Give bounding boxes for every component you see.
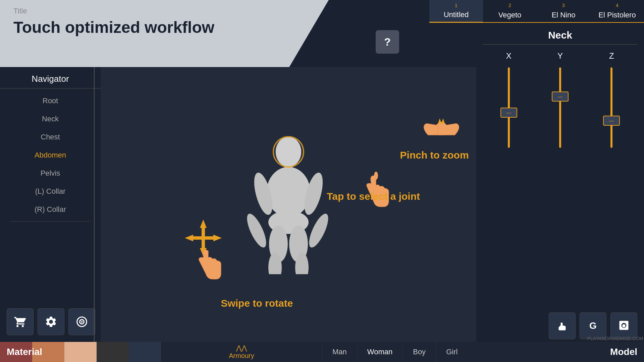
armoury-bar[interactable]: ⋀⋀ Armoury xyxy=(161,342,322,362)
model-options: Man Woman Boy Girl xyxy=(322,342,468,362)
hand-icon xyxy=(556,320,568,332)
svg-point-22 xyxy=(201,235,206,241)
instruction-swipe: Swipe to rotate xyxy=(221,298,293,309)
human-figure xyxy=(235,133,342,276)
svg-point-6 xyxy=(243,212,270,250)
navigator-title: Navigator xyxy=(0,74,101,88)
swatch-3 xyxy=(64,342,97,362)
model-bar: Man Woman Boy Girl Model xyxy=(322,342,644,362)
axis-y: Y xyxy=(543,51,577,61)
tab-vegeto[interactable]: 2 Vegeto xyxy=(483,0,537,23)
svg-rect-21 xyxy=(206,236,214,240)
svg-point-7 xyxy=(305,212,332,250)
slider-x[interactable] xyxy=(495,67,522,155)
right-panel-title: Neck xyxy=(483,29,637,45)
svg-marker-20 xyxy=(213,235,222,241)
material-label: Material xyxy=(7,347,42,357)
axis-z: Z xyxy=(595,51,628,61)
slider-z-thumb[interactable] xyxy=(603,116,620,126)
model-label: Model xyxy=(610,347,644,357)
svg-rect-19 xyxy=(193,236,201,240)
swatch-4 xyxy=(97,342,129,362)
instruction-pinch: Pinch to zoom xyxy=(400,149,469,161)
right-panel: Neck X Y Z xyxy=(476,23,644,342)
tab-untitled[interactable]: 1 Untitled xyxy=(429,0,483,23)
nav-item-r-collar[interactable]: (R) Collar xyxy=(0,200,101,219)
armoury-label: Armoury xyxy=(229,352,254,360)
svg-point-1 xyxy=(276,137,301,167)
nav-item-chest[interactable]: Chest xyxy=(0,128,101,146)
bottom-right-buttons: G xyxy=(549,312,637,339)
title-main: Touch optimized workflow xyxy=(13,18,315,37)
instruction-tap: Tap to select a joint xyxy=(327,191,420,202)
tab-bar: 1 Untitled 2 Vegeto 3 El Nino 4 El Pisto… xyxy=(429,0,644,23)
svg-point-23 xyxy=(374,172,378,180)
slider-y-thumb[interactable] xyxy=(552,92,569,102)
nav-item-abdomen[interactable]: Abdomen xyxy=(0,146,101,164)
svg-marker-24 xyxy=(438,118,441,123)
svg-point-0 xyxy=(81,321,83,323)
svg-marker-14 xyxy=(200,220,207,228)
nav-item-root[interactable]: Root xyxy=(0,92,101,110)
navigator: Navigator Root Neck Chest Abdomen Pelvis… xyxy=(0,67,101,231)
hand-button[interactable] xyxy=(549,312,576,339)
tab-el-pistolero[interactable]: 4 El Pistolero xyxy=(590,0,644,23)
svg-marker-25 xyxy=(441,118,445,123)
model-woman[interactable]: Woman xyxy=(357,342,402,362)
material-bar: Material xyxy=(0,342,161,362)
help-button[interactable]: ? xyxy=(376,30,399,54)
title-label: Title xyxy=(13,7,315,15)
watermark: PLAYANDROIDMOD.COM xyxy=(587,336,644,341)
svg-marker-18 xyxy=(185,235,193,241)
nav-item-neck[interactable]: Neck xyxy=(0,110,101,128)
armoury-chevron: ⋀⋀ xyxy=(236,345,247,351)
bottom-left-buttons xyxy=(7,308,95,335)
cart-icon xyxy=(14,315,26,328)
svg-point-3 xyxy=(267,167,310,217)
slider-x-thumb[interactable] xyxy=(500,108,517,118)
viewport[interactable]: Tap to select a joint Swipe to rotate Pi… xyxy=(101,67,476,342)
axis-x: X xyxy=(492,51,526,61)
slider-z[interactable] xyxy=(598,67,625,155)
swatch-5 xyxy=(129,342,161,362)
camera-button[interactable] xyxy=(610,312,637,339)
cart-button[interactable] xyxy=(7,308,34,335)
settings-icon xyxy=(45,315,57,328)
tab-el-nino[interactable]: 3 El Nino xyxy=(537,0,590,23)
model-man[interactable]: Man xyxy=(322,342,357,362)
sliders-row xyxy=(483,64,637,158)
g-button[interactable]: G xyxy=(580,312,606,339)
slider-y[interactable] xyxy=(547,67,574,155)
nav-divider xyxy=(10,221,91,222)
model-girl[interactable]: Girl xyxy=(436,342,468,362)
axis-labels: X Y Z xyxy=(483,51,637,61)
model-boy[interactable]: Boy xyxy=(402,342,436,362)
svg-rect-15 xyxy=(202,227,205,236)
hand-swipe xyxy=(191,247,224,292)
settings-button[interactable] xyxy=(38,308,64,335)
nav-item-l-collar[interactable]: (L) Collar xyxy=(0,182,101,200)
target-button[interactable] xyxy=(68,308,95,335)
target-icon xyxy=(75,315,88,328)
title-banner: Title Touch optimized workflow xyxy=(0,0,329,67)
nav-item-pelvis[interactable]: Pelvis xyxy=(0,164,101,182)
camera-icon xyxy=(618,320,630,332)
